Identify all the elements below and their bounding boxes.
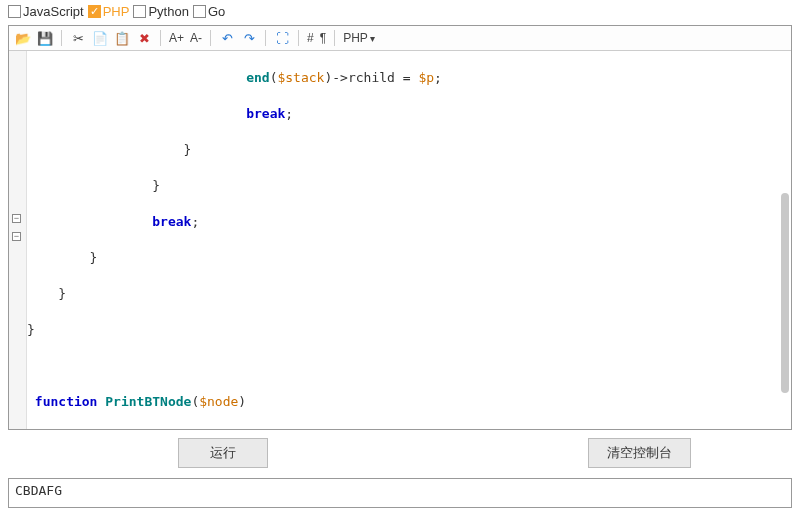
lang-php[interactable]: ✓ PHP [88,4,130,19]
copy-icon[interactable]: 📄 [92,30,108,46]
cut-icon[interactable]: ✂ [70,30,86,46]
lang-label: Go [208,4,225,19]
scrollbar[interactable] [779,53,789,427]
separator [160,30,161,46]
button-row: 运行 清空控制台 [0,430,800,478]
checkbox-icon [8,5,21,18]
fullscreen-icon[interactable]: ⛶ [274,30,290,46]
scroll-thumb[interactable] [781,193,789,393]
code-content: end($stack)->rchild = $p; break; } } bre… [27,51,791,429]
checkbox-icon [133,5,146,18]
language-select[interactable]: PHP [343,31,375,45]
code-var: $stack [277,70,324,85]
code-keyword: function [35,394,98,409]
lang-label: JavaScript [23,4,84,19]
console-text: CBDAFG [15,483,62,498]
code-var: $node [199,394,238,409]
lang-label: Python [148,4,188,19]
lang-label: PHP [103,4,130,19]
fold-icon[interactable]: − [12,214,21,223]
separator [210,30,211,46]
code-keyword: break [152,214,191,229]
separator [265,30,266,46]
checkbox-icon [193,5,206,18]
separator [298,30,299,46]
save-icon[interactable]: 💾 [37,30,53,46]
gutter: − − [9,51,27,429]
code-fn: PrintBTNode [105,394,191,409]
code-keyword: break [246,106,285,121]
editor-panel: 📂 💾 ✂ 📄 📋 ✖ A+ A- ↶ ↷ ⛶ # ¶ PHP − − end(… [8,25,792,430]
font-decrease-button[interactable]: A- [190,31,202,45]
redo-icon[interactable]: ↷ [241,30,257,46]
paste-icon[interactable]: 📋 [114,30,130,46]
lang-go[interactable]: Go [193,4,225,19]
hash-button[interactable]: # [307,31,314,45]
open-icon[interactable]: 📂 [15,30,31,46]
lang-javascript[interactable]: JavaScript [8,4,84,19]
fold-icon[interactable]: − [12,232,21,241]
font-increase-button[interactable]: A+ [169,31,184,45]
separator [334,30,335,46]
pilcrow-button[interactable]: ¶ [320,31,326,45]
clear-console-button[interactable]: 清空控制台 [588,438,691,468]
code-fn: end [246,70,269,85]
language-bar: JavaScript ✓ PHP Python Go [0,0,800,25]
undo-icon[interactable]: ↶ [219,30,235,46]
delete-icon[interactable]: ✖ [136,30,152,46]
checkbox-checked-icon: ✓ [88,5,101,18]
separator [61,30,62,46]
console-output: CBDAFG [8,478,792,508]
editor-toolbar: 📂 💾 ✂ 📄 📋 ✖ A+ A- ↶ ↷ ⛶ # ¶ PHP [9,26,791,51]
code-editor[interactable]: − − end($stack)->rchild = $p; break; } }… [9,51,791,429]
code-var: $p [418,70,434,85]
lang-python[interactable]: Python [133,4,188,19]
code-field: rchild [348,70,395,85]
run-button[interactable]: 运行 [178,438,268,468]
